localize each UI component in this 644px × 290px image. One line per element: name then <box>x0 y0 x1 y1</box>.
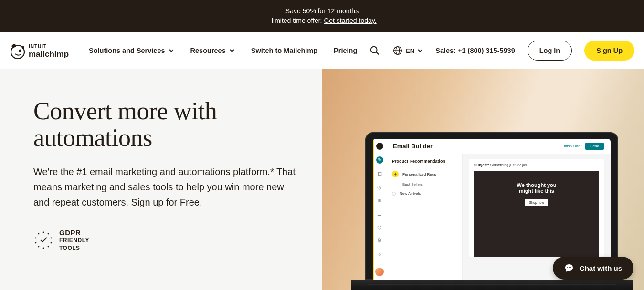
canvas-email-preview: We thought you might like this Shop now <box>474 171 599 257</box>
svg-point-9 <box>51 237 52 238</box>
brand-parent-text: INTUIT <box>29 44 47 49</box>
svg-point-8 <box>48 233 49 234</box>
svg-point-15 <box>35 237 37 238</box>
rail-icon: ⚙ <box>376 237 383 244</box>
nav-resources[interactable]: Resources <box>190 47 235 54</box>
promo-line-2: - limited time offer. Get started today. <box>0 16 644 26</box>
brand-name-text: mailchimp <box>29 50 69 59</box>
sidebar-title: Product Recommendation <box>392 159 456 164</box>
rail-icon: ◷ <box>376 184 383 190</box>
rail-icon: ◎ <box>376 224 383 230</box>
promo-cta-link[interactable]: Get started today. <box>324 17 376 24</box>
signup-button[interactable]: Sign Up <box>584 41 634 61</box>
language-selector[interactable]: EN <box>392 45 423 56</box>
login-button[interactable]: Log In <box>528 41 572 61</box>
nav-solutions[interactable]: Solutions and Services <box>89 47 174 54</box>
chevron-down-icon <box>229 48 235 53</box>
nav-pricing[interactable]: Pricing <box>334 47 357 54</box>
chat-bubble-icon <box>564 263 574 273</box>
rail-icon: ⊞ <box>376 170 383 177</box>
svg-point-13 <box>38 246 40 247</box>
laptop-base <box>351 280 633 290</box>
svg-point-7 <box>43 231 44 233</box>
sidebar-item: New Arrivals <box>392 189 456 198</box>
radio-icon <box>392 192 396 196</box>
hero-copy: Convert more with automations We're the … <box>33 98 303 290</box>
shop-now-button: Shop now <box>525 199 548 206</box>
app-title: Email Builder <box>393 143 433 150</box>
chevron-down-icon <box>417 48 423 53</box>
hero-subtitle: We're the #1 email marketing and automat… <box>33 164 301 210</box>
rail-logo-icon <box>376 143 383 150</box>
svg-point-14 <box>35 242 37 243</box>
svg-point-10 <box>51 242 52 243</box>
app-rail: ✎ ⊞ ◷ ≡ ☰ ◎ ⚙ ⌕ <box>373 139 386 281</box>
svg-point-19 <box>570 267 571 268</box>
sales-phone[interactable]: Sales: +1 (800) 315-5939 <box>435 47 515 54</box>
promo-banner: Save 50% for 12 months - limited time of… <box>0 0 644 32</box>
chevron-down-icon <box>169 48 174 53</box>
svg-point-12 <box>43 247 44 249</box>
send-button: Send <box>585 143 604 150</box>
gdpr-badge: GDPR FRIENDLY TOOLS <box>33 228 303 252</box>
svg-point-16 <box>38 233 40 234</box>
hero-section: Convert more with automations We're the … <box>0 69 644 290</box>
hero-title: Convert more with automations <box>33 98 303 151</box>
svg-line-3 <box>376 52 379 55</box>
svg-point-1 <box>19 50 21 52</box>
canvas-subject: Subject: Something just for you <box>474 163 599 167</box>
gdpr-text: GDPR FRIENDLY TOOLS <box>59 228 89 252</box>
rail-icon: ≡ <box>376 197 383 204</box>
rail-search-icon: ⌕ <box>376 250 383 257</box>
app-sidebar: Product Recommendation ✦ Personalized Re… <box>386 154 463 281</box>
search-icon[interactable] <box>370 45 380 56</box>
globe-icon <box>392 45 403 56</box>
svg-point-18 <box>569 267 570 268</box>
finish-later-link: Finish Later <box>562 144 582 148</box>
rail-icon: ☰ <box>376 210 383 217</box>
app-header: Email Builder Finish Later Send <box>386 139 611 154</box>
chat-label: Chat with us <box>580 264 622 272</box>
sidebar-item: ✦ Personalized Recs <box>392 168 456 180</box>
brand-logo[interactable]: INTUIT mailchimp <box>10 41 72 60</box>
header-actions: EN Sales: +1 (800) 315-5939 Log In Sign … <box>370 41 634 61</box>
gdpr-stars-icon <box>33 230 53 250</box>
svg-point-2 <box>371 47 377 53</box>
rail-pen-icon: ✎ <box>376 156 383 164</box>
sidebar-item: Best Sellers <box>392 180 456 189</box>
chat-widget[interactable]: Chat with us <box>553 257 633 280</box>
nav-switch[interactable]: Switch to Mailchimp <box>251 47 317 54</box>
promo-line-1: Save 50% for 12 months <box>0 7 644 16</box>
svg-point-11 <box>48 246 49 247</box>
canvas-card: Subject: Something just for you We thoug… <box>469 159 604 257</box>
sparkle-icon: ✦ <box>392 171 399 177</box>
primary-nav: Solutions and Services Resources Switch … <box>89 47 370 54</box>
svg-point-17 <box>567 267 568 268</box>
main-header: INTUIT mailchimp Solutions and Services … <box>0 32 644 69</box>
rail-avatar-icon <box>375 268 384 276</box>
